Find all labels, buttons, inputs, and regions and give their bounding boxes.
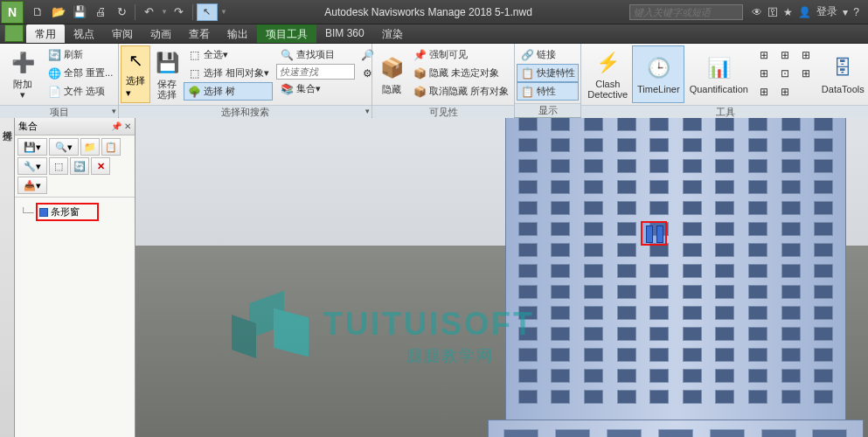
- qat-save-icon[interactable]: 💾: [70, 3, 89, 21]
- app-menu-button[interactable]: [4, 24, 24, 42]
- watermark-logo-icon: [232, 297, 310, 363]
- help-icon[interactable]: ?: [853, 6, 859, 18]
- select-all-button[interactable]: ⬚全选 ▾: [184, 45, 273, 64]
- qat-undo-icon[interactable]: ↶: [139, 3, 158, 21]
- selection-set-icon: [39, 208, 48, 217]
- panel-project: ➕ 附加▾ 🔄刷新 🌐全部 重置... 📄文件 选项 项目▾: [0, 44, 119, 117]
- unhide-all-button[interactable]: 📦取消隐藏 所有对象: [409, 82, 512, 101]
- panel-display: 🔗链接 📋快捷特性 📋特性 显示: [515, 44, 581, 117]
- qat-open-icon[interactable]: 📂: [49, 3, 68, 21]
- tool-h-button[interactable]: ⊞: [775, 82, 796, 101]
- star-icon[interactable]: ★: [783, 6, 793, 18]
- sets-search-button[interactable]: 🔍▾: [49, 138, 79, 156]
- links-button[interactable]: 🔗链接: [517, 45, 579, 64]
- quick-find-input[interactable]: [276, 64, 355, 80]
- binoculars-icon[interactable]: 👁: [752, 6, 762, 18]
- clash-detective-button[interactable]: ⚡ Clash Detective: [583, 45, 632, 103]
- tab-view[interactable]: 查看: [180, 24, 219, 43]
- sets-save-button[interactable]: 💾▾: [17, 138, 47, 156]
- tool-b-button[interactable]: ⊞: [775, 45, 796, 64]
- sets-button[interactable]: 📚集合 ▾: [276, 80, 355, 98]
- qat-redo-icon[interactable]: ↷: [170, 3, 189, 21]
- panel-title-display: 显示: [515, 103, 580, 117]
- hide-unselected-button[interactable]: 📦隐藏 未选定对象: [409, 64, 512, 82]
- expand-icon[interactable]: ▾: [112, 107, 116, 115]
- quick-properties-button[interactable]: 📋快捷特性: [517, 64, 579, 82]
- close-icon[interactable]: ✕: [124, 121, 131, 131]
- select-cursor-button[interactable]: ↖: [197, 3, 218, 21]
- qat-new-icon[interactable]: 🗋: [28, 3, 47, 21]
- tab-bim360[interactable]: BIM 360: [316, 24, 373, 43]
- sets-opt-button[interactable]: 🔧▾: [17, 157, 47, 175]
- pin-icon[interactable]: 📌: [111, 121, 122, 131]
- sets-folder-button[interactable]: 📁: [80, 138, 100, 156]
- qat-refresh-icon[interactable]: ↻: [112, 3, 131, 21]
- panel-title-visibility: 可见性: [372, 105, 514, 119]
- title-right-controls: 👁 ⚿ ★ 👤 登录 ▾ ?: [752, 4, 859, 19]
- sets-toolbar: 💾▾ 🔍▾ 📁 📋 🔧▾ ⬚ 🔄 ✕ 📥▾: [15, 135, 135, 198]
- hide-button[interactable]: 📦 隐藏: [374, 45, 409, 103]
- expand-icon[interactable]: ▾: [843, 6, 848, 18]
- workspace: 选择树 集合 📌 ✕ 💾▾ 🔍▾ 📁 📋 🔧▾ ⬚ 🔄 ✕ 📥▾ └─: [0, 118, 868, 437]
- reset-icon: 🌐: [47, 66, 61, 80]
- qat-separator: [192, 4, 193, 20]
- sets-refresh-button[interactable]: 🔄: [70, 157, 89, 175]
- tool-d-button[interactable]: ⊞: [754, 64, 775, 82]
- tool-c-button[interactable]: ⊞: [796, 45, 817, 64]
- require-visible-button[interactable]: 📌强制可见: [409, 45, 512, 64]
- panel-select-search: ↖ 选择▾ 💾 保存 选择 ⬚全选 ▾ ⬚选择 相同对象 ▾ 🌳选择 树 🔍查找…: [119, 44, 372, 117]
- save-sel-icon: 💾: [153, 49, 181, 77]
- tool-e-button[interactable]: ⊡: [775, 64, 796, 82]
- find-items-button[interactable]: 🔍查找项目: [276, 45, 355, 64]
- append-button[interactable]: ➕ 附加▾: [2, 45, 44, 103]
- app-logo[interactable]: N: [1, 1, 24, 24]
- sets-delete-button[interactable]: ✕: [91, 157, 110, 175]
- properties-button[interactable]: 📋特性: [517, 82, 579, 101]
- timeliner-icon: 🕒: [644, 54, 672, 82]
- viewport-3d[interactable]: TUITUISOFT 腿腿教学网: [135, 118, 868, 437]
- expand-icon[interactable]: ▾: [365, 107, 370, 115]
- tree-item-selection-set[interactable]: 条形窗: [36, 203, 99, 221]
- tool-f-button[interactable]: ⊞: [796, 64, 817, 82]
- select-same-icon: ⬚: [187, 66, 201, 80]
- dropdown-icon[interactable]: ▼: [161, 8, 168, 16]
- save-selection-button[interactable]: 💾 保存 选择: [150, 45, 184, 103]
- selection-tree-button[interactable]: 🌳选择 树: [184, 82, 273, 101]
- sets-panel-header[interactable]: 集合 📌 ✕: [15, 118, 135, 135]
- sets-import-button[interactable]: 📥▾: [17, 177, 47, 194]
- quick-access-toolbar: 🗋 📂 💾 🖨 ↻ ↶▼ ↷ ↖▼: [28, 3, 227, 21]
- link-icon: 🔗: [520, 48, 534, 62]
- login-link[interactable]: 登录: [816, 4, 837, 19]
- sets-copy-button[interactable]: 📋: [101, 138, 121, 156]
- datatools-button[interactable]: 🗄 DataTools: [817, 45, 868, 103]
- dropdown-icon[interactable]: ▼: [220, 8, 227, 16]
- sets-select-button[interactable]: ⬚: [49, 157, 68, 175]
- help-search-input[interactable]: [629, 4, 743, 20]
- qat-print-icon[interactable]: 🖨: [91, 3, 110, 21]
- unhide-icon: 📦: [413, 85, 427, 99]
- append-icon: ➕: [9, 49, 37, 77]
- selected-window-highlight[interactable]: [641, 221, 667, 246]
- tab-output[interactable]: 输出: [219, 24, 257, 43]
- tab-render[interactable]: 渲染: [373, 24, 412, 43]
- key-icon[interactable]: ⚿: [767, 6, 778, 18]
- tab-review[interactable]: 审阅: [103, 24, 142, 43]
- tool-a-button[interactable]: ⊞: [754, 45, 775, 64]
- tab-viewpoint[interactable]: 视点: [65, 24, 103, 43]
- refresh-button[interactable]: 🔄刷新: [44, 45, 116, 64]
- reset-all-button[interactable]: 🌐全部 重置...: [44, 64, 116, 82]
- timeliner-button[interactable]: 🕒 TimeLiner: [632, 45, 684, 103]
- user-icon[interactable]: 👤: [798, 6, 811, 18]
- select-same-button[interactable]: ⬚选择 相同对象 ▾: [184, 64, 273, 82]
- tab-project-tools[interactable]: 项目工具: [257, 24, 316, 43]
- select-all-icon: ⬚: [187, 48, 201, 62]
- selection-tree-tab[interactable]: 选择树: [0, 118, 15, 437]
- tab-common[interactable]: 常用: [26, 24, 65, 43]
- panel-visibility: 📦 隐藏 📌强制可见 📦隐藏 未选定对象 📦取消隐藏 所有对象 可见性: [372, 44, 515, 117]
- tab-animation[interactable]: 动画: [142, 24, 180, 43]
- file-options-button[interactable]: 📄文件 选项: [44, 82, 116, 101]
- select-button[interactable]: ↖ 选择▾: [121, 45, 150, 103]
- quantification-button[interactable]: 📊 Quantification: [684, 45, 753, 103]
- tool-g-button[interactable]: ⊞: [754, 82, 775, 101]
- building-model: [488, 118, 864, 437]
